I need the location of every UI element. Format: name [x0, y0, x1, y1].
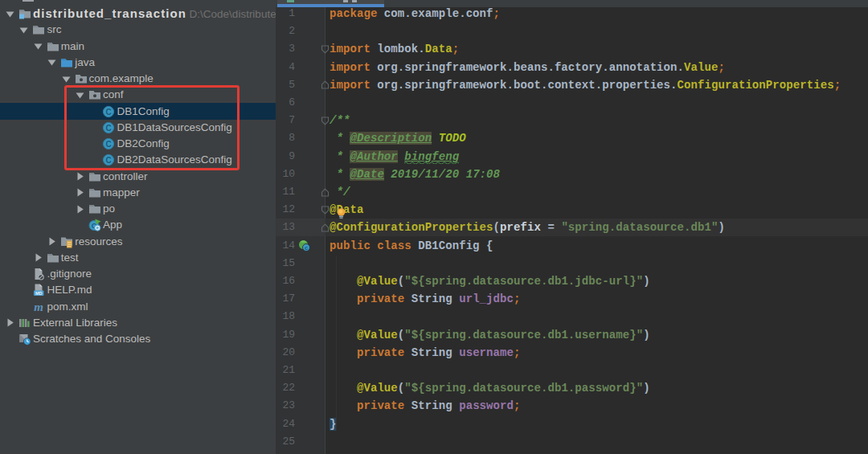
svg-text:c: c: [305, 244, 308, 252]
svg-text:MD: MD: [35, 291, 43, 296]
svg-text:m: m: [35, 301, 44, 313]
